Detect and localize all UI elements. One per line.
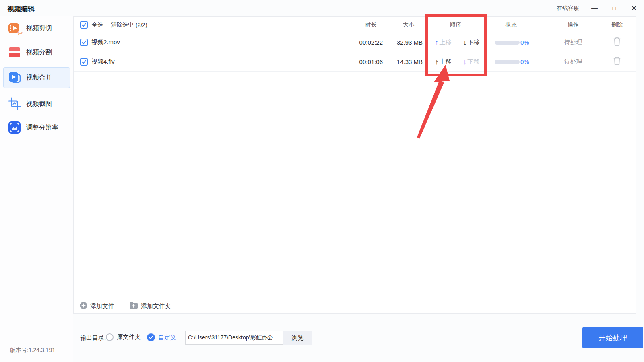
- status-text: 待处理: [564, 58, 582, 66]
- clear-selected-link[interactable]: 清除选中: [111, 21, 134, 29]
- progress-percent: 0%: [520, 58, 529, 65]
- status-text: 待处理: [564, 39, 582, 46]
- output-path-input[interactable]: [185, 331, 283, 345]
- arrow-down-icon: ↓: [463, 58, 467, 66]
- add-bar: 添加文件 添加文件夹: [74, 298, 636, 314]
- file-size: 14.33 MB: [378, 52, 423, 71]
- file-name: 视频2.mov: [91, 39, 120, 46]
- row-checkbox[interactable]: [80, 33, 88, 52]
- progress-bar: 0%: [495, 39, 529, 46]
- progress-percent: 0%: [520, 39, 529, 46]
- arrow-up-icon: ↑: [435, 39, 439, 46]
- table-row: 视频4.flv 00:01:06 14.33 MB ↑ 上移 ↓ 下移 0%: [74, 52, 636, 72]
- app-title: 视频编辑: [7, 4, 35, 14]
- progress-track: [495, 41, 520, 45]
- file-duration: 00:01:06: [339, 52, 383, 71]
- output-bar: 输出目录: 原文件夹 自定义 浏览 开始处理: [0, 327, 644, 352]
- start-processing-button[interactable]: 开始处理: [582, 327, 643, 348]
- checkbox-checked-icon[interactable]: [80, 58, 88, 66]
- sidebar-item-video-screenshot[interactable]: 视频截图: [3, 94, 70, 113]
- delete-trash-icon[interactable]: [613, 56, 621, 67]
- add-folder-plus-icon: [129, 302, 138, 311]
- file-name: 视频4.flv: [91, 58, 115, 66]
- window-controls: 在线客服 — □ ✕: [557, 0, 638, 16]
- column-header-duration: 时长: [365, 17, 377, 33]
- file-list-panel: 全选 清除选中 (2/2) 时长 大小 顺序 状态 操作 删除 视频2.mov …: [73, 16, 636, 314]
- sidebar-item-adjust-resolution[interactable]: 调整分辨率: [3, 118, 70, 137]
- video-split-icon: [8, 45, 21, 59]
- move-down-button[interactable]: ↓ 下移: [463, 58, 480, 66]
- list-header-row: 全选 清除选中 (2/2) 时长 大小 顺序 状态 操作 删除: [74, 17, 636, 33]
- minimize-icon[interactable]: —: [590, 5, 599, 12]
- column-header-delete: 删除: [611, 17, 623, 33]
- selected-count: (2/2): [136, 22, 147, 28]
- add-file-button[interactable]: 添加文件: [80, 298, 114, 314]
- select-all-checkbox[interactable]: [80, 17, 88, 33]
- adjust-resolution-icon: [8, 121, 21, 134]
- progress-bar: 0%: [495, 58, 529, 65]
- title-bar: 视频编辑 在线客服 — □ ✕: [0, 0, 644, 16]
- sidebar-item-video-cut[interactable]: ✂ 视频剪切: [3, 19, 70, 38]
- column-header-status: 状态: [506, 17, 517, 33]
- row-checkbox[interactable]: [80, 52, 88, 71]
- radio-unchecked-icon[interactable]: [106, 333, 114, 341]
- progress-track: [495, 60, 520, 64]
- sidebar-item-label: 视频分割: [26, 48, 52, 57]
- arrow-up-icon: ↑: [435, 58, 439, 66]
- sidebar-item-label: 视频合并: [26, 74, 52, 82]
- file-duration: 00:02:22: [339, 33, 383, 52]
- video-merge-icon: [8, 71, 21, 84]
- select-all-link[interactable]: 全选: [92, 21, 103, 29]
- radio-checked-icon[interactable]: [147, 333, 155, 341]
- app-window: 视频编辑 在线客服 — □ ✕ ✂ 视频剪切: [0, 0, 644, 362]
- close-icon[interactable]: ✕: [630, 5, 638, 12]
- online-service-link[interactable]: 在线客服: [557, 5, 579, 12]
- checkbox-checked-icon[interactable]: [80, 21, 88, 29]
- arrow-down-icon: ↓: [463, 39, 467, 46]
- file-size: 32.93 MB: [378, 33, 423, 52]
- sidebar-item-video-merge[interactable]: 视频合并: [3, 67, 70, 88]
- move-up-button[interactable]: ↑ 上移: [435, 58, 452, 66]
- sidebar-item-label: 视频截图: [26, 100, 52, 108]
- column-header-size: 大小: [403, 17, 414, 33]
- sidebar-item-label: 视频剪切: [26, 24, 52, 33]
- add-folder-button[interactable]: 添加文件夹: [129, 298, 171, 314]
- move-up-button[interactable]: ↑ 上移: [435, 39, 452, 46]
- output-dir-label: 输出目录:: [80, 334, 106, 342]
- custom-folder-radio[interactable]: 自定义: [147, 333, 176, 341]
- sidebar-item-video-split[interactable]: 视频分割: [3, 43, 70, 62]
- add-file-plus-icon: [80, 302, 87, 311]
- table-row: 视频2.mov 00:02:22 32.93 MB ↑ 上移 ↓ 下移 0%: [74, 33, 636, 52]
- version-text: 版本号:1.24.3.191: [10, 347, 55, 354]
- video-cut-icon: ✂: [8, 21, 21, 35]
- sidebar: ✂ 视频剪切 视频分割 视频合并: [0, 16, 73, 362]
- original-folder-radio[interactable]: 原文件夹: [106, 333, 141, 341]
- column-header-operation: 操作: [568, 17, 579, 33]
- browse-button[interactable]: 浏览: [283, 331, 312, 345]
- move-down-button[interactable]: ↓ 下移: [463, 39, 480, 46]
- column-header-order: 顺序: [450, 17, 461, 33]
- sidebar-item-label: 调整分辨率: [26, 123, 58, 132]
- delete-trash-icon[interactable]: [613, 37, 621, 48]
- maximize-icon[interactable]: □: [610, 6, 619, 11]
- scissors-icon: ✂: [18, 30, 23, 37]
- video-screenshot-icon: [8, 97, 21, 111]
- checkbox-checked-icon[interactable]: [80, 39, 88, 46]
